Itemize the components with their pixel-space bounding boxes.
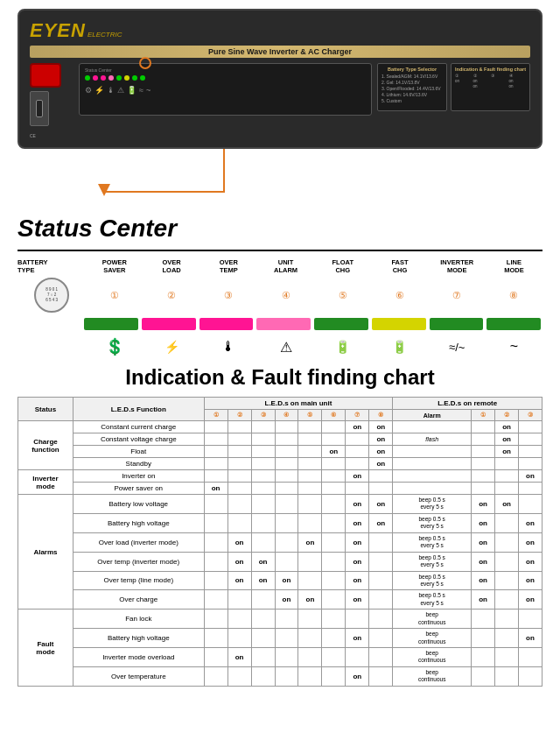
status-display-center: Status Center ⚙ ⚡ 🌡 ⚠ 🔋 xyxy=(79,63,372,116)
led-num-8: ⑧ xyxy=(486,290,542,301)
th-function: L.E.D.s Function xyxy=(73,398,204,421)
th-alarm: Alarm xyxy=(393,410,472,421)
fast-chg-header: FASTCHG xyxy=(371,258,428,274)
battery-type-panel: Battery Type Selector 1. Sealed/AGM: 14.… xyxy=(377,63,447,111)
battery-type-dial[interactable]: 8 9 0 1 7 ○ 2 6 5 4 3 xyxy=(34,278,69,313)
led-6 xyxy=(124,75,130,81)
table-row: Over temp (line mode) onononon beep 0.5 … xyxy=(18,571,542,590)
table-row: Over temperature on beepcontinuous xyxy=(18,666,542,686)
icon-fast-chg: 🔋 xyxy=(371,340,428,354)
arrow-indicator xyxy=(18,149,542,215)
icon-unit-alarm: ⚠ xyxy=(257,339,314,356)
fault-table: Status L.E.D.s Function L.E.D.s on main … xyxy=(18,397,542,687)
group-fault: Faultmode xyxy=(18,610,74,687)
table-row: Over charge ononon beep 0.5 severy 5 s o… xyxy=(18,590,542,610)
icon-power-saver: 💲 xyxy=(86,337,143,356)
led-num-2: ② xyxy=(143,290,200,301)
chart-title: Indication & Fault finding chart xyxy=(18,365,542,390)
led-8 xyxy=(140,75,145,81)
power-saver-header: POWERSAVER xyxy=(86,258,143,274)
over-temp-header: OVERTEMP xyxy=(200,258,257,274)
led-3 xyxy=(101,75,106,81)
led-num-4: ④ xyxy=(257,290,314,301)
led-4 xyxy=(108,75,114,81)
unit-alarm-header: UNITALARM xyxy=(257,258,314,274)
led-bar-6 xyxy=(372,318,426,330)
led-num-7: ⑦ xyxy=(429,290,486,301)
table-row: Chargefunction Constant current charge o… xyxy=(18,421,542,433)
th-remote: L.E.D.s on remote xyxy=(393,398,542,410)
inverter-section: EYEN ELECTRIC Pure Sine Wave Inverter & … xyxy=(0,0,560,215)
led-bar-4 xyxy=(256,318,311,330)
inverter-mode-header: INVERTERMODE xyxy=(429,258,486,274)
status-center-title: Status Center xyxy=(18,215,542,243)
line-mode-header: LINEMODE xyxy=(486,258,542,274)
icon-inverter-mode: ≈/~ xyxy=(429,341,486,354)
group-charge: Chargefunction xyxy=(18,421,74,470)
float-chg-header: FLOATCHG xyxy=(314,258,371,274)
icon-line-mode: ~ xyxy=(486,339,542,355)
table-row: Battery high voltage on beepcontinuous o… xyxy=(18,629,542,648)
led-7 xyxy=(132,75,137,81)
th-status: Status xyxy=(18,398,74,421)
right-panels: Battery Type Selector 1. Sealed/AGM: 14.… xyxy=(377,63,530,111)
red-terminal xyxy=(30,63,61,88)
chart-section: Indication & Fault finding chart Status … xyxy=(0,365,560,704)
led-bar-8 xyxy=(486,318,541,330)
table-row: Inverter mode overload on beepcontinuous xyxy=(18,648,542,667)
led-bar-7 xyxy=(430,318,484,330)
brand-sub: ELECTRIC xyxy=(88,31,122,39)
icon-over-temp: 🌡 xyxy=(200,339,257,355)
table-row: Battery high voltage onon beep 0.5 sever… xyxy=(18,513,542,532)
led-2 xyxy=(93,75,98,81)
led-num-1: ① xyxy=(86,290,143,301)
table-row: Constant voltage charge on flash on xyxy=(18,433,542,446)
table-row: Power saver on on xyxy=(18,483,542,495)
table-row: Faultmode Fan lock beepcontinuous xyxy=(18,610,542,629)
brand-logo: EYEN xyxy=(30,19,86,42)
icon-overload: ⚡ xyxy=(143,340,200,354)
battery-type-header: BATTERY TYPE xyxy=(18,258,86,274)
table-row: Float onon on xyxy=(18,446,542,458)
led-bar-3 xyxy=(200,318,254,330)
table-row: Over load (inverter mode) ononon beep 0.… xyxy=(18,532,542,552)
over-load-header: OVERLOAD xyxy=(143,258,200,274)
table-row: Alarms Battery low voltage onon beep 0.5… xyxy=(18,495,542,514)
led-grid: BATTERY TYPE POWERSAVER OVERLOAD OVERTEM… xyxy=(18,250,542,356)
inverter-label: Pure Sine Wave Inverter & AC Charger xyxy=(30,46,530,58)
led-num-5: ⑤ xyxy=(314,290,371,301)
table-row: Standby on xyxy=(18,458,542,470)
led-bar-2 xyxy=(142,318,196,330)
table-row: Over temp (inverter mode) ononon beep 0.… xyxy=(18,552,542,571)
led-5 xyxy=(116,75,122,81)
icon-float-chg: 🔋 xyxy=(314,340,371,354)
th-main-unit: L.E.D.s on main unit xyxy=(204,398,393,410)
status-center-section: Status Center BATTERY TYPE POWERSAVER OV… xyxy=(0,215,560,365)
led-bar-1 xyxy=(84,318,138,330)
inverter-device: EYEN ELECTRIC Pure Sine Wave Inverter & … xyxy=(18,9,542,149)
led-bar-5 xyxy=(314,318,368,330)
power-switch[interactable] xyxy=(30,91,49,126)
led-num-3: ③ xyxy=(200,290,257,301)
led-1 xyxy=(85,75,90,81)
group-inverter: Invertermode xyxy=(18,470,74,495)
led-num-6: ⑥ xyxy=(371,290,428,301)
indication-panel: Indication & Fault finding chart ①②③④ on… xyxy=(451,63,530,111)
group-alarms: Alarms xyxy=(18,495,74,610)
table-row: Invertermode Inverter on on on xyxy=(18,470,542,483)
